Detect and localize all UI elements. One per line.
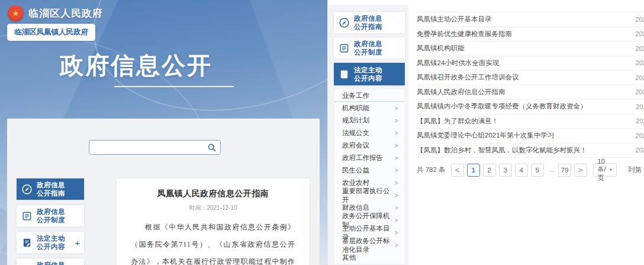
chevron-right-icon: > <box>394 117 398 124</box>
list-item-date: 2021-12-14 <box>635 30 644 37</box>
search-icon[interactable] <box>207 143 217 152</box>
chevron-right-icon: > <box>394 216 398 224</box>
chevron-right-icon: > <box>394 167 398 174</box>
submenu-item[interactable]: 法规公文> <box>334 127 404 139</box>
total-count: 共 782 条 <box>417 165 446 174</box>
chevron-right-icon: > <box>394 229 398 237</box>
page-button-79[interactable]: 79 <box>558 164 571 177</box>
right-sidebar: 政府信息公开指南 政府信息公开制度 法定主动公开内容 — <box>328 5 408 265</box>
chevron-right-icon: > <box>394 142 398 149</box>
list-item-date: 2021-09-30 <box>635 132 644 139</box>
document-list-icon <box>21 210 33 222</box>
list-item-date: 2021-12-13 <box>635 74 644 81</box>
clipboard-pen-icon <box>339 69 350 80</box>
submenu-item[interactable]: 机构职能> <box>334 102 404 114</box>
article-date: 时间：2021-12-10 <box>131 204 295 212</box>
submenu-item[interactable]: 基层政务公开标准化目录> <box>334 239 404 251</box>
list-item-date: 2021-12-10 <box>635 88 644 95</box>
list-item[interactable]: 凤凰镇24小时供水全面实现2021-12-13 <box>417 56 644 71</box>
submenu-item[interactable]: 民生公益> <box>334 164 404 177</box>
chevron-right-icon: > <box>394 104 398 112</box>
document-list-icon <box>339 43 350 54</box>
left-browser-page: ★ 临淄区人民政府 临淄区凤凰镇人民政府 政府信息公开 <box>0 0 327 265</box>
list-item[interactable]: 凤凰镇党委理论中心组2021年第十次集中学习2021-09-30 <box>417 129 644 143</box>
chevron-right-icon: > <box>394 204 398 212</box>
article-list: 凤凰镇主动公开基本目录2021-12-23 免费孕前优生健康检查服务指南2021… <box>417 12 644 158</box>
sidebar-item-label: 政府信息公开指南 <box>37 181 65 197</box>
sidebar-item-label: 政府信息公开制度 <box>37 207 65 224</box>
submenu-item[interactable]: 政府会议> <box>334 139 404 152</box>
expand-plus-icon[interactable]: + <box>75 238 80 248</box>
list-item[interactable]: 【凤凰】数治乡村，智慧凤凰，以数字化赋能乡村振兴！2021-09-22 <box>417 143 644 158</box>
goto-label: 到第 <box>628 165 642 174</box>
article-list-panel: 凤凰镇主动公开基本目录2021-12-23 免费孕前优生健康检查服务指南2021… <box>408 5 644 265</box>
submenu-item[interactable]: 政府工作报告> <box>334 152 404 164</box>
page-title: 政府信息公开 <box>60 49 212 82</box>
sidebar-item-guide[interactable]: 政府信息公开指南 <box>17 178 84 200</box>
chevron-right-icon: > <box>394 129 398 137</box>
page-button-3[interactable]: 3 <box>499 164 512 177</box>
page-button-4[interactable]: 4 <box>515 164 528 177</box>
list-item[interactable]: 【凤凰】为了群众的满意！2021-11-09 <box>417 114 644 129</box>
page-size-select[interactable]: 10 条/页 ▾ <box>593 163 617 177</box>
site-name: 临淄区人民政府 <box>28 7 103 20</box>
list-item-date: 2021-12-23 <box>635 16 644 23</box>
chevron-right-icon: > <box>394 191 398 199</box>
screenshot-root: ★ 临淄区人民政府 临淄区凤凰镇人民政府 政府信息公开 <box>0 0 644 265</box>
list-item[interactable]: 凤凰镇机构职能2021-12-14 <box>417 41 644 56</box>
article-body: 根据《中华人民共和国政府信息公开条例》（国务院令第711号）、《山东省政府信息公… <box>131 219 295 265</box>
next-page-button[interactable]: > <box>574 164 587 177</box>
compass-icon <box>339 17 350 28</box>
sidebar-item-label: 政府信息公开年报 <box>37 261 65 265</box>
clipboard-pen-icon <box>21 237 33 248</box>
article-title: 凤凰镇人民政府信息公开指南 <box>131 189 295 199</box>
sidebar-item-system[interactable]: 政府信息公开制度 <box>334 37 405 59</box>
list-item[interactable]: 凤凰镇召开政务公开工作培训会议2021-12-13 <box>417 71 644 85</box>
list-item[interactable]: 凤凰镇人民政府信息公开指南2021-12-10 <box>417 85 644 100</box>
site-header: ★ 临淄区人民政府 <box>8 5 103 21</box>
search-input[interactable] <box>89 141 207 154</box>
page-ellipsis: ... <box>547 164 555 177</box>
statutory-submenu: 业务工作 机构职能> 规划计划> 法规公文> 政府会议> 政府工作报告> 民生公… <box>334 90 405 264</box>
pagination: 共 782 条 < 1 2 3 4 5 ... 79 > 10 条/页 ▾ 到第… <box>417 163 644 177</box>
goto-page-group: 到第 页 确定 <box>628 163 644 177</box>
list-item-date: 2021-12-14 <box>635 45 644 52</box>
submenu-item[interactable]: 重要部署执行公开> <box>334 189 404 202</box>
sidebar-item-label: 法定主动公开内容 <box>37 234 65 251</box>
list-item-date: 2021-11-15 <box>636 103 644 110</box>
submenu-item[interactable]: 业务工作 <box>334 90 404 102</box>
list-item-date: 2021-12-13 <box>635 59 644 66</box>
chevron-right-icon: > <box>394 154 398 162</box>
search-box <box>89 140 221 155</box>
compass-icon <box>21 184 33 195</box>
sidebar-item-statutory[interactable]: 法定主动公开内容 — <box>334 63 405 85</box>
list-item[interactable]: 凤凰镇主动公开基本目录2021-12-23 <box>417 12 644 27</box>
sidebar-item-guide[interactable]: 政府信息公开指南 <box>334 12 405 33</box>
list-item[interactable]: 免费孕前优生健康检查服务指南2021-12-14 <box>417 27 644 42</box>
page-button-2[interactable]: 2 <box>483 164 496 177</box>
list-item[interactable]: 凤凰镇镇内小学冬季取暖专项经费（义务教育财政资金）2021-11-15 <box>417 100 644 114</box>
panel-body: 政府信息公开指南 政府信息公开制度 <box>17 178 310 265</box>
page-button-1[interactable]: 1 <box>467 164 480 177</box>
prev-page-button[interactable]: < <box>451 164 464 177</box>
sidebar-item-system[interactable]: 政府信息公开制度 <box>17 205 84 226</box>
sidebar-item-label: 法定主动公开内容 <box>354 66 382 82</box>
content-panel: 政府信息公开指南 政府信息公开制度 <box>7 119 320 265</box>
left-sidebar: 政府信息公开指南 政府信息公开制度 <box>17 178 84 265</box>
sidebar-item-label: 政府信息公开制度 <box>354 40 382 56</box>
right-browser-page: 政府信息公开指南 政府信息公开制度 法定主动公开内容 — <box>327 0 644 265</box>
town-gov-button[interactable]: 临淄区凤凰镇人民政府 <box>7 24 95 41</box>
list-item-date: 2021-09-22 <box>635 146 644 154</box>
article-content: 凤凰镇人民政府信息公开指南 时间：2021-12-10 根据《中华人民共和国政府… <box>117 178 310 265</box>
chevron-right-icon: > <box>394 241 398 249</box>
national-emblem-icon: ★ <box>8 5 24 21</box>
sidebar-item-label: 政府信息公开指南 <box>354 14 382 31</box>
sidebar-item-statutory[interactable]: 法定主动公开内容 + <box>17 232 84 253</box>
submenu-item[interactable]: 规划计划> <box>334 114 404 127</box>
collapse-minus-icon[interactable]: — <box>392 69 401 79</box>
sidebar-item-annual-report[interactable]: 政府信息公开年报 + <box>17 258 84 265</box>
list-item-date: 2021-11-09 <box>636 117 644 124</box>
page-button-5[interactable]: 5 <box>531 164 544 177</box>
chevron-right-icon: > <box>394 179 398 187</box>
caret-down-icon: ▾ <box>610 167 612 173</box>
